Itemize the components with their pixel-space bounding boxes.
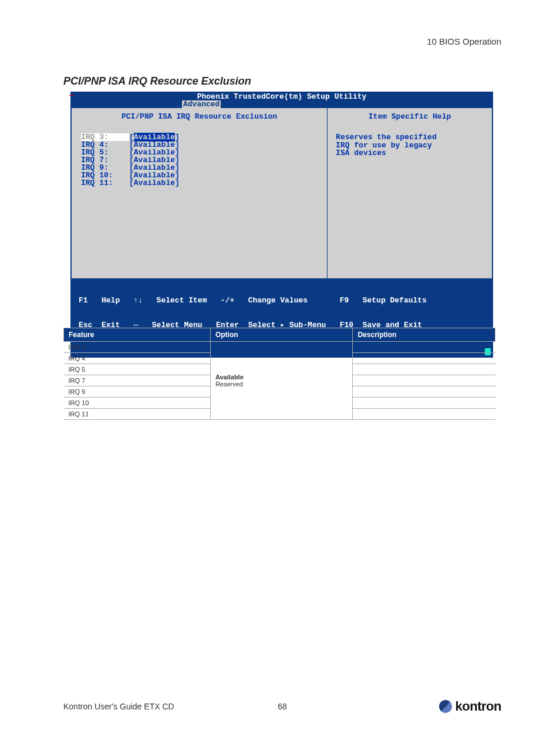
kontron-logo-text: kontron bbox=[456, 699, 501, 714]
bios-footer-line1: F1 Help ↑↓ Select Item -/+ Change Values… bbox=[79, 297, 485, 305]
bios-help-body: Reserves the specified IRQ for use by le… bbox=[336, 133, 484, 157]
cell-description bbox=[353, 409, 495, 420]
bios-tabbar: Advanced bbox=[70, 100, 493, 108]
bios-irq-row: IRQ 7:[Available] bbox=[81, 156, 318, 164]
cell-description bbox=[353, 353, 495, 364]
page-header: 10 BIOS Operation bbox=[427, 36, 501, 46]
cell-option: AvailableReserved bbox=[210, 342, 353, 420]
cell-feature: IRQ 4 bbox=[64, 353, 211, 364]
cell-description bbox=[353, 398, 495, 409]
col-description: Description bbox=[353, 328, 495, 342]
section-title: PCI/PNP ISA IRQ Resource Exclusion bbox=[63, 75, 251, 88]
bios-irq-row: IRQ 4:[Available] bbox=[81, 141, 318, 149]
cell-feature: IRQ 10 bbox=[64, 398, 211, 409]
bios-marker: — bbox=[69, 92, 74, 99]
col-option: Option bbox=[210, 328, 353, 342]
bios-irq-row: IRQ 11:[Available] bbox=[81, 179, 318, 187]
cell-description bbox=[353, 364, 495, 375]
cell-feature: IRQ 7 bbox=[64, 375, 211, 386]
bios-left-panel: PCI/PNP ISA IRQ Resource Exclusion IRQ 3… bbox=[72, 108, 327, 278]
table-header-row: Feature Option Description bbox=[64, 328, 495, 342]
page-footer: Kontron User's Guide ETX CD 68 kontron bbox=[63, 699, 501, 714]
bios-irq-list: IRQ 3:[Available]IRQ 4:[Available]IRQ 5:… bbox=[81, 133, 318, 187]
bios-title: Phoenix TrustedCore(tm) Setup Utility bbox=[70, 92, 493, 100]
bios-irq-row: IRQ 3:[Available] bbox=[81, 133, 318, 141]
bios-screenshot: — Phoenix TrustedCore(tm) Setup Utility … bbox=[70, 92, 493, 358]
footer-page-number: 68 bbox=[278, 702, 287, 711]
cell-description bbox=[353, 375, 495, 386]
cell-description bbox=[353, 342, 495, 353]
cell-description bbox=[353, 386, 495, 398]
bios-irq-value: [Available] bbox=[129, 179, 180, 187]
bios-help-title: Item Specific Help bbox=[336, 113, 484, 120]
bios-tab-advanced: Advanced bbox=[182, 100, 221, 108]
col-feature: Feature bbox=[64, 328, 211, 342]
cell-feature: IRQ 11 bbox=[64, 409, 211, 420]
bios-body: PCI/PNP ISA IRQ Resource Exclusion IRQ 3… bbox=[72, 108, 492, 278]
bios-irq-row: IRQ 5:[Available] bbox=[81, 149, 318, 156]
footer-guide: Kontron User's Guide ETX CD bbox=[63, 702, 174, 711]
bios-panel-title: PCI/PNP ISA IRQ Resource Exclusion bbox=[81, 113, 318, 120]
bios-irq-row: IRQ 10:[Available] bbox=[81, 171, 318, 179]
bios-irq-row: IRQ 9:[Available] bbox=[81, 164, 318, 171]
cell-feature: IRQ 5 bbox=[64, 364, 211, 375]
cell-feature: IRQ 3 bbox=[64, 342, 211, 353]
kontron-logo-icon bbox=[439, 700, 452, 713]
bios-help-panel: Item Specific Help Reserves the specifie… bbox=[327, 108, 492, 278]
table-row: IRQ 3AvailableReserved bbox=[64, 342, 495, 353]
bios-irq-label: IRQ 11: bbox=[81, 179, 129, 187]
kontron-logo: kontron bbox=[439, 699, 501, 714]
options-table: Feature Option Description IRQ 3Availabl… bbox=[63, 328, 495, 420]
cell-feature: IRQ 9 bbox=[64, 386, 211, 398]
